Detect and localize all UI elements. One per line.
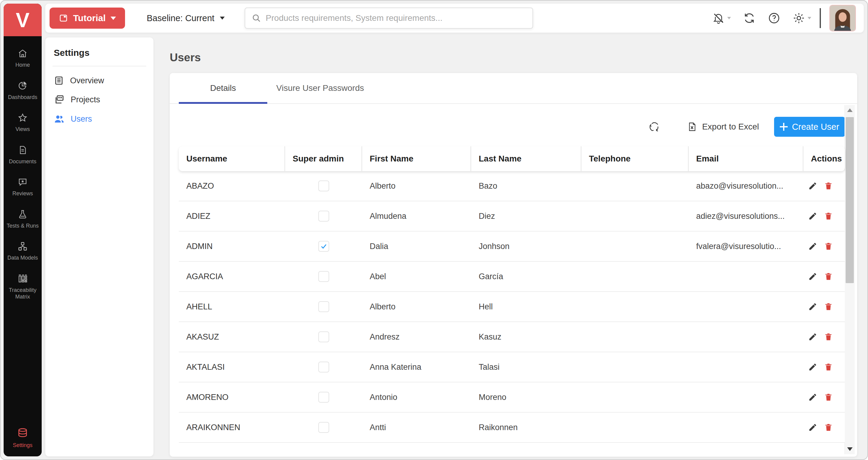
refresh-button[interactable] <box>648 121 660 132</box>
user-avatar[interactable] <box>829 5 856 31</box>
cell-last-name: Kasuz <box>471 332 581 342</box>
settings-nav-users[interactable]: Users <box>54 113 145 124</box>
delete-user-button[interactable] <box>824 423 833 432</box>
sidebar-item-views[interactable]: Views <box>4 112 42 133</box>
table-row[interactable]: ADIEZ Almudena Diez adiez@visuresolution… <box>179 201 845 231</box>
export-label: Export to Excel <box>702 122 759 132</box>
tutorial-project-button[interactable]: Tutorial <box>50 7 125 29</box>
settings-menu-button[interactable] <box>793 12 811 25</box>
super-admin-checkbox[interactable] <box>318 211 329 222</box>
search-input[interactable] <box>266 13 526 23</box>
delete-user-button[interactable] <box>824 242 833 251</box>
scrollbar-thumb[interactable] <box>846 117 854 283</box>
super-admin-checkbox[interactable] <box>318 180 329 191</box>
users-card: Details Visure User Passwords Export to … <box>170 73 857 457</box>
cell-username: AMORENO <box>179 393 285 402</box>
edit-user-button[interactable] <box>808 302 817 311</box>
users-table: Username Super admin First Name Last Nam… <box>179 146 845 443</box>
chevron-down-icon <box>808 17 811 19</box>
super-admin-checkbox[interactable] <box>318 392 329 403</box>
table-row[interactable]: AHELL Alberto Hell <box>179 292 845 322</box>
sidebar-item-reviews[interactable]: Reviews <box>4 177 42 197</box>
cell-last-name: Talasi <box>471 362 581 372</box>
edit-user-button[interactable] <box>808 211 817 221</box>
projects-icon <box>54 94 65 105</box>
matrix-icon <box>18 273 28 284</box>
delete-user-button[interactable] <box>824 272 833 281</box>
sidebar-item-data-models[interactable]: Data Models <box>4 241 42 261</box>
delete-user-button[interactable] <box>824 302 833 311</box>
cell-last-name: Diez <box>471 211 581 221</box>
delete-user-button[interactable] <box>824 332 833 341</box>
tab-visure-user-passwords[interactable]: Visure User Passwords <box>267 73 373 103</box>
tab-details[interactable]: Details <box>179 73 267 103</box>
settings-panel-title: Settings <box>54 48 145 58</box>
baseline-selector[interactable]: Baseline: Current <box>147 13 225 23</box>
sidebar-item-tests-runs[interactable]: Tests & Runs <box>4 209 42 229</box>
settings-nav-overview[interactable]: Overview <box>54 75 145 86</box>
sidebar-item-label: Views <box>14 126 31 133</box>
notifications-off-icon <box>712 12 725 25</box>
home-icon <box>18 48 28 59</box>
cell-super-admin <box>285 180 362 191</box>
delete-user-button[interactable] <box>824 393 833 402</box>
sidebar-item-label: Settings <box>11 442 33 449</box>
app-logo[interactable]: V <box>4 4 42 36</box>
sidebar-item-settings[interactable]: Settings <box>4 427 42 449</box>
table-row[interactable]: AMORENO Antonio Moreno <box>179 383 845 413</box>
table-row[interactable]: ADMIN Dalia Jonhson fvalera@visuresoluti… <box>179 231 845 262</box>
sidebar-item-label: Data Models <box>6 255 39 261</box>
tab-label: Visure User Passwords <box>276 83 364 93</box>
sidebar-item-documents[interactable]: Documents <box>4 145 42 165</box>
vertical-scrollbar[interactable] <box>844 105 855 454</box>
edit-user-button[interactable] <box>808 272 817 281</box>
cell-super-admin <box>285 301 362 312</box>
cell-username: AHELL <box>179 302 285 311</box>
cell-actions <box>803 272 845 281</box>
sidebar-item-home[interactable]: Home <box>4 48 42 68</box>
sidebar-item-traceability-matrix[interactable]: Traceability Matrix <box>4 273 42 300</box>
table-row[interactable]: AKTALASI Anna Katerina Talasi <box>179 352 845 383</box>
export-to-excel-button[interactable]: Export to Excel <box>687 122 759 132</box>
notifications-button[interactable] <box>712 12 731 25</box>
help-button[interactable] <box>768 12 780 25</box>
super-admin-checkbox[interactable] <box>318 422 329 433</box>
cell-actions <box>803 211 845 221</box>
cell-last-name: Bazo <box>471 182 581 191</box>
scroll-down-button[interactable] <box>845 444 855 454</box>
super-admin-checkbox[interactable] <box>318 241 329 252</box>
cell-actions <box>803 242 845 251</box>
table-row[interactable]: ABAZO Alberto Bazo abazo@visuresolution.… <box>179 171 845 201</box>
table-row[interactable]: AGARCIA Abel García <box>179 262 845 292</box>
baseline-label: Baseline: Current <box>147 13 214 23</box>
app-window: V Home Dashboards Views <box>0 0 868 460</box>
super-admin-checkbox[interactable] <box>318 301 329 312</box>
sync-button[interactable] <box>743 12 756 25</box>
edit-user-button[interactable] <box>808 362 817 371</box>
edit-user-button[interactable] <box>808 242 817 251</box>
database-icon <box>17 427 28 439</box>
column-header-actions: Actions <box>803 146 845 171</box>
scroll-up-button[interactable] <box>845 105 855 115</box>
delete-user-button[interactable] <box>824 211 833 221</box>
edit-user-button[interactable] <box>808 423 817 432</box>
main-content: Users Details Visure User Passwords <box>158 37 864 459</box>
edit-user-button[interactable] <box>808 393 817 402</box>
settings-nav-projects[interactable]: Projects <box>54 94 145 105</box>
sidebar-item-label: Documents <box>7 158 37 165</box>
sidebar-item-dashboards[interactable]: Dashboards <box>4 80 42 101</box>
super-admin-checkbox[interactable] <box>318 362 329 372</box>
edit-user-button[interactable] <box>808 182 817 191</box>
super-admin-checkbox[interactable] <box>318 271 329 282</box>
create-user-button[interactable]: Create User <box>774 117 845 137</box>
scroll-down-icon <box>847 447 852 451</box>
table-row[interactable]: ARAIKONNEN Antti Raikonnen <box>179 413 845 443</box>
table-row[interactable]: AKASUZ Andresz Kasuz <box>179 322 845 352</box>
edit-user-button[interactable] <box>808 332 817 341</box>
super-admin-checkbox[interactable] <box>318 331 329 342</box>
sidebar-nav: Home Dashboards Views Documents <box>4 48 42 300</box>
cell-last-name: Raikonnen <box>471 423 581 432</box>
column-header-first-name: First Name <box>362 146 471 171</box>
delete-user-button[interactable] <box>824 182 833 191</box>
delete-user-button[interactable] <box>824 362 833 371</box>
